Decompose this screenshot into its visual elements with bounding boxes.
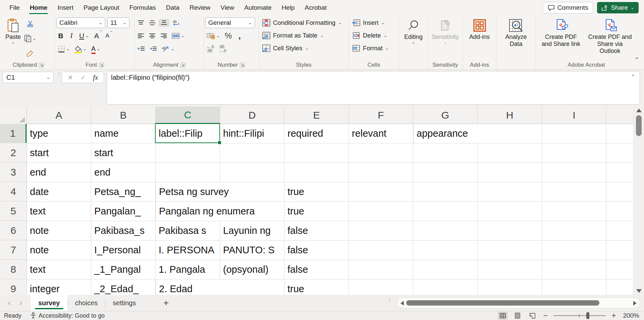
zoom-slider-thumb[interactable] [586, 312, 589, 319]
menu-tab-review[interactable]: Review [185, 1, 215, 15]
format-as-table-button[interactable]: Format as Table ⌄ [262, 29, 347, 42]
enter-icon[interactable]: ✓ [80, 74, 86, 81]
row-header-5[interactable]: 5 [0, 202, 26, 221]
align-top-button[interactable] [136, 19, 146, 26]
prev-sheet-icon[interactable]: ‹ [8, 298, 11, 308]
wrap-text-button[interactable]: ab [171, 19, 182, 27]
align-bottom-button[interactable] [159, 19, 169, 26]
next-sheet-icon[interactable]: › [19, 298, 22, 308]
row-header-7[interactable]: 7 [0, 241, 26, 260]
cell-D7[interactable]: PANUTO: S [220, 241, 284, 260]
increase-decimal-button[interactable]: ←.0 .00 [205, 44, 215, 54]
column-header-H[interactable]: H [478, 107, 542, 124]
cell-D1[interactable]: hint::Filipi [220, 124, 284, 143]
orientation-button[interactable]: ab⌄ [160, 45, 176, 53]
fill-color-button[interactable]: ⌄ [73, 45, 88, 53]
row-header-3[interactable]: 3 [0, 163, 26, 182]
column-header-E[interactable]: E [284, 107, 349, 124]
collapse-ribbon-icon[interactable]: ⌄ [634, 53, 639, 61]
font-name-combobox[interactable]: Calibri⌄ [56, 17, 105, 28]
format-cells-button[interactable]: Format ⌄ [352, 42, 397, 54]
menu-tab-view[interactable]: View [216, 1, 239, 15]
underline-button[interactable]: U⌄ [78, 31, 90, 41]
menu-tab-file[interactable]: File [5, 1, 24, 15]
cell-B4[interactable]: Petsa_ng_ [91, 182, 155, 201]
merge-center-button[interactable]: ⌄ [170, 32, 186, 40]
cell-E8[interactable]: false [284, 260, 348, 279]
row-header-1[interactable]: 1 [0, 124, 26, 143]
tab-scroll-split-handle[interactable]: ⋮ [387, 298, 391, 301]
cell-A7[interactable]: note [27, 241, 91, 260]
sheet-tab-survey[interactable]: survey [31, 295, 67, 311]
accessibility-status[interactable]: Accessibility: Good to go [30, 312, 105, 319]
shrink-font-button[interactable]: A [103, 32, 112, 40]
horizontal-scrollbar-thumb[interactable] [406, 300, 599, 306]
vertical-scrollbar-thumb[interactable] [636, 115, 642, 136]
delete-cells-button[interactable]: Delete ⌄ [352, 29, 397, 42]
sheet-tab-settings[interactable]: settings [105, 295, 143, 311]
page-layout-view-button[interactable] [513, 312, 523, 320]
column-header-F[interactable]: F [349, 107, 413, 124]
cell-B8[interactable]: _1_Pangal [91, 260, 155, 279]
cell-A5[interactable]: text [27, 202, 91, 221]
cancel-icon[interactable]: ✕ [68, 74, 73, 81]
column-header-I[interactable]: I [542, 107, 606, 124]
scroll-up-icon[interactable] [636, 109, 642, 112]
formula-input[interactable]: label::Filipino ("filipino(fil)") [107, 71, 640, 105]
menu-tab-insert[interactable]: Insert [53, 1, 78, 15]
new-sheet-button[interactable]: + [163, 298, 169, 308]
zoom-level[interactable]: 200% [622, 312, 639, 319]
cell-B2[interactable]: start [91, 143, 155, 163]
create-pdf-share-outlook-button[interactable]: Create PDF and Share via Outlook [585, 17, 635, 61]
normal-view-button[interactable] [498, 312, 508, 320]
row-header-2[interactable]: 2 [0, 143, 26, 163]
cell-F1[interactable]: relevant [349, 124, 413, 143]
cell-A1[interactable]: type [27, 124, 91, 143]
cell-E5[interactable]: true [284, 202, 348, 221]
scroll-left-icon[interactable] [400, 301, 404, 306]
scroll-down-icon[interactable] [636, 289, 642, 293]
cell-D8[interactable]: (opsyonal) [220, 260, 284, 279]
column-header-G[interactable]: G [413, 107, 478, 124]
accounting-format-button[interactable]: ⌄ [205, 32, 221, 40]
copy-button[interactable]: ⌄ [23, 34, 38, 43]
number-format-combobox[interactable]: General⌄ [205, 17, 255, 28]
column-header-C[interactable]: C [156, 107, 220, 124]
cell-D6[interactable]: Layunin ng [220, 221, 284, 240]
alignment-dialog-launcher-icon[interactable]: ⇲ [180, 63, 185, 68]
menu-tab-page-layout[interactable]: Page Layout [79, 1, 124, 15]
clipboard-dialog-launcher-icon[interactable]: ⇲ [39, 63, 44, 68]
column-header-B[interactable]: B [91, 107, 156, 124]
sheet-tab-choices[interactable]: choices [68, 295, 105, 311]
zoom-out-button[interactable]: − [542, 311, 549, 320]
align-right-button[interactable] [159, 33, 168, 39]
cell-A8[interactable]: text [27, 260, 91, 279]
page-break-preview-button[interactable] [527, 312, 537, 320]
cell-C5[interactable]: Pangalan ng enumera [156, 202, 284, 221]
format-painter-button[interactable] [23, 49, 38, 58]
italic-button[interactable]: I [67, 31, 76, 41]
formula-bar-resize-handle[interactable]: ⋮ [56, 72, 60, 75]
row-header-8[interactable]: 8 [0, 260, 26, 279]
scroll-right-icon[interactable] [633, 301, 637, 306]
cell-E6[interactable]: false [284, 221, 348, 240]
font-color-button[interactable]: A ⌄ [90, 44, 102, 53]
collapse-formula-bar-icon[interactable]: ⌃ [631, 74, 635, 80]
cell-B1[interactable]: name [91, 124, 155, 143]
cell-E4[interactable]: true [284, 182, 348, 201]
font-size-combobox[interactable]: 11⌄ [107, 17, 129, 28]
cell-C9[interactable]: 2. Edad [156, 279, 284, 295]
cell-B9[interactable]: _2_Edad_ [91, 279, 155, 295]
cell-E1[interactable]: required [284, 124, 348, 143]
cell-A2[interactable]: start [27, 143, 91, 163]
cell-A3[interactable]: end [27, 163, 91, 182]
paste-button[interactable]: Paste ⌄ [3, 17, 23, 61]
comma-style-button[interactable]: , [235, 30, 244, 42]
select-all-corner[interactable] [0, 107, 27, 124]
percent-style-button[interactable]: % [223, 30, 233, 41]
cell-E9[interactable]: true [284, 279, 348, 295]
menu-tab-home[interactable]: Home [25, 1, 52, 15]
menu-tab-formulas[interactable]: Formulas [125, 1, 161, 15]
cut-button[interactable] [23, 19, 38, 28]
align-left-button[interactable] [136, 33, 146, 39]
